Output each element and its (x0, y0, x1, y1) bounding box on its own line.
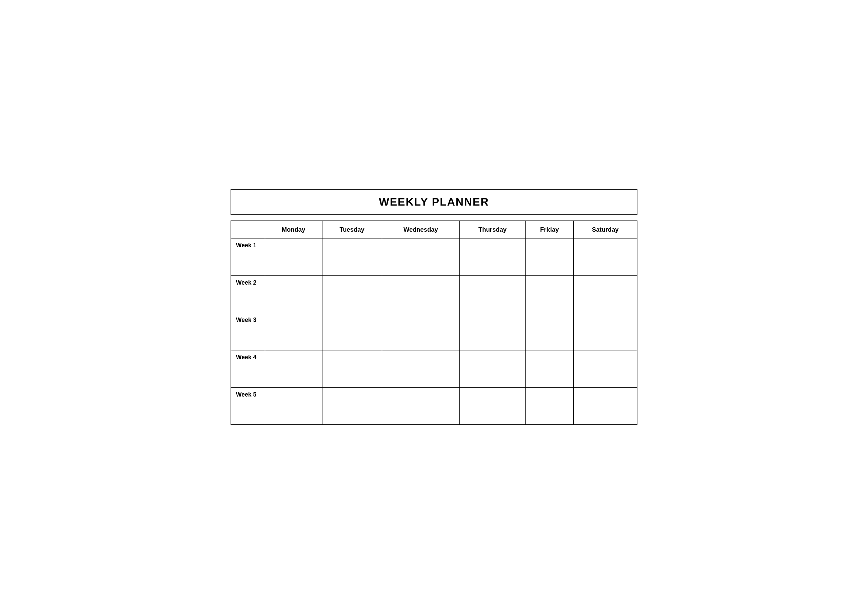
cell-week4-day2[interactable] (322, 350, 382, 387)
cell-week3-day6[interactable] (574, 313, 637, 350)
page-title: WEEKLY PLANNER (231, 196, 637, 208)
header-wednesday: Wednesday (382, 221, 460, 238)
header-friday: Friday (525, 221, 574, 238)
cell-week2-day1[interactable] (265, 275, 322, 313)
cell-week1-day2[interactable] (322, 238, 382, 275)
header-row: Monday Tuesday Wednesday Thursday Friday… (231, 221, 637, 238)
cell-week1-day6[interactable] (574, 238, 637, 275)
cell-week4-day1[interactable] (265, 350, 322, 387)
cell-week3-day2[interactable] (322, 313, 382, 350)
header-tuesday: Tuesday (322, 221, 382, 238)
cell-week3-day3[interactable] (382, 313, 460, 350)
title-box: WEEKLY PLANNER (231, 189, 637, 215)
planner-table: Monday Tuesday Wednesday Thursday Friday… (231, 221, 637, 425)
week-label-5: Week 5 (231, 387, 265, 425)
cell-week5-day2[interactable] (322, 387, 382, 425)
cell-week5-day6[interactable] (574, 387, 637, 425)
cell-week4-day4[interactable] (460, 350, 525, 387)
week-label-4: Week 4 (231, 350, 265, 387)
cell-week4-day5[interactable] (525, 350, 574, 387)
cell-week2-day5[interactable] (525, 275, 574, 313)
table-row: Week 1 (231, 238, 637, 275)
week-label-3: Week 3 (231, 313, 265, 350)
cell-week2-day4[interactable] (460, 275, 525, 313)
cell-week4-day3[interactable] (382, 350, 460, 387)
cell-week5-day3[interactable] (382, 387, 460, 425)
cell-week3-day1[interactable] (265, 313, 322, 350)
table-row: Week 2 (231, 275, 637, 313)
table-row: Week 3 (231, 313, 637, 350)
cell-week3-day4[interactable] (460, 313, 525, 350)
cell-week5-day1[interactable] (265, 387, 322, 425)
cell-week5-day4[interactable] (460, 387, 525, 425)
planner-container: WEEKLY PLANNER Monday Tuesday Wednesday … (231, 189, 637, 425)
cell-week1-day4[interactable] (460, 238, 525, 275)
cell-week2-day2[interactable] (322, 275, 382, 313)
cell-week2-day6[interactable] (574, 275, 637, 313)
table-row: Week 4 (231, 350, 637, 387)
week-label-1: Week 1 (231, 238, 265, 275)
header-thursday: Thursday (460, 221, 525, 238)
cell-week2-day3[interactable] (382, 275, 460, 313)
table-row: Week 5 (231, 387, 637, 425)
header-empty (231, 221, 265, 238)
cell-week1-day5[interactable] (525, 238, 574, 275)
cell-week3-day5[interactable] (525, 313, 574, 350)
header-saturday: Saturday (574, 221, 637, 238)
header-monday: Monday (265, 221, 322, 238)
cell-week1-day1[interactable] (265, 238, 322, 275)
cell-week5-day5[interactable] (525, 387, 574, 425)
cell-week1-day3[interactable] (382, 238, 460, 275)
cell-week4-day6[interactable] (574, 350, 637, 387)
week-label-2: Week 2 (231, 275, 265, 313)
